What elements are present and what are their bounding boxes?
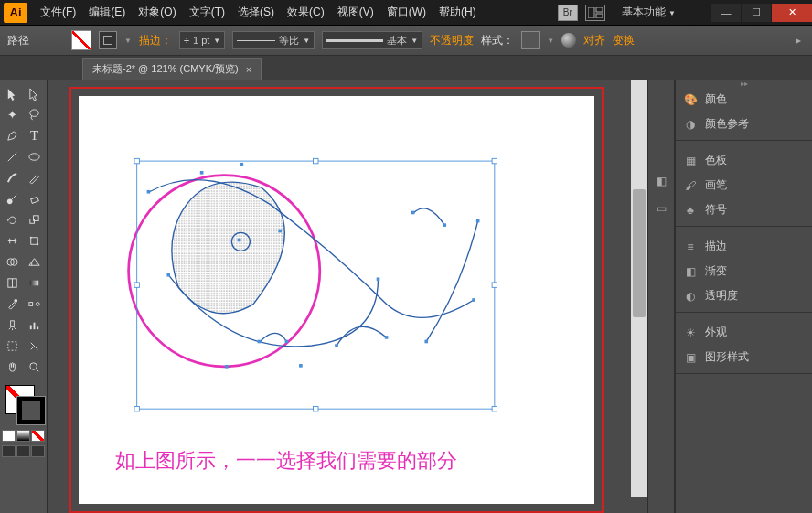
- menu-effect[interactable]: 效果(C): [282, 1, 330, 24]
- blend-tool[interactable]: [24, 294, 45, 314]
- stroke-profile-dropdown[interactable]: 等比▼: [232, 31, 315, 49]
- panel-symbols[interactable]: ♣符号: [676, 198, 812, 222]
- shape-builder-tool[interactable]: [2, 251, 23, 272]
- transform-label[interactable]: 变换: [613, 33, 635, 48]
- width-tool[interactable]: [2, 230, 23, 251]
- screen-mode-full[interactable]: [16, 445, 30, 457]
- panel-appearance[interactable]: ☀外观: [676, 320, 812, 345]
- symbol-sprayer-tool[interactable]: [2, 315, 23, 335]
- align-label[interactable]: 对齐: [583, 33, 605, 48]
- control-menu-icon[interactable]: ▸: [792, 34, 805, 47]
- color-mode-solid[interactable]: [2, 430, 16, 442]
- swatches-icon: ▦: [683, 154, 698, 168]
- zoom-tool[interactable]: [24, 357, 45, 377]
- style-swatch[interactable]: [521, 31, 540, 49]
- panel-transparency[interactable]: ◐透明度: [676, 283, 812, 308]
- svg-rect-41: [147, 190, 151, 194]
- svg-rect-31: [134, 158, 139, 163]
- eyedropper-tool[interactable]: [2, 294, 23, 314]
- screen-mode-presentation[interactable]: [31, 445, 45, 457]
- svg-rect-49: [377, 277, 380, 281]
- blob-brush-tool[interactable]: [2, 188, 23, 208]
- stroke-weight-input[interactable]: ÷1 pt▼: [179, 31, 225, 49]
- stroke-swatch[interactable]: [99, 31, 117, 49]
- menu-file[interactable]: 文件(F): [35, 1, 81, 24]
- menu-view[interactable]: 视图(V): [332, 1, 379, 24]
- appearance-icon: ☀: [683, 326, 698, 340]
- line-tool[interactable]: [2, 146, 23, 166]
- panel-stroke[interactable]: ≡描边: [676, 234, 812, 259]
- mesh-tool[interactable]: [2, 273, 23, 293]
- svg-line-4: [8, 152, 16, 160]
- window-close[interactable]: ✕: [772, 4, 812, 22]
- pen-tool[interactable]: [2, 125, 23, 145]
- column-graph-tool[interactable]: [24, 315, 45, 335]
- workspace-switcher[interactable]: 基本功能 ▼: [613, 5, 685, 20]
- menu-help[interactable]: 帮助(H): [433, 1, 482, 24]
- artboard-tool[interactable]: [2, 336, 23, 356]
- screen-mode-normal[interactable]: [2, 445, 16, 457]
- eraser-tool[interactable]: [24, 188, 45, 208]
- stroke-label[interactable]: 描边：: [139, 33, 172, 48]
- scale-tool[interactable]: [24, 209, 45, 230]
- color-picker[interactable]: [2, 383, 45, 427]
- stroke-color-swatch[interactable]: [16, 396, 46, 425]
- gradient-tool[interactable]: [24, 273, 45, 293]
- vertical-scrollbar[interactable]: [631, 80, 647, 497]
- dock-artboards-icon[interactable]: ▭: [651, 198, 671, 219]
- menu-type[interactable]: 文字(T): [184, 1, 230, 24]
- menu-edit[interactable]: 编辑(E): [83, 1, 131, 24]
- svg-rect-38: [492, 406, 497, 411]
- recolor-icon[interactable]: [561, 33, 576, 48]
- brush-definition-dropdown[interactable]: 基本▼: [322, 31, 422, 49]
- selection-mode-label: 路径: [7, 33, 29, 48]
- slice-tool[interactable]: [24, 336, 45, 356]
- svg-rect-21: [30, 325, 32, 329]
- window-maximize[interactable]: ☐: [742, 4, 771, 22]
- close-tab-icon[interactable]: ×: [246, 64, 251, 75]
- svg-rect-36: [134, 406, 139, 411]
- panel-graphic-styles[interactable]: ▣图形样式: [676, 345, 812, 369]
- paintbrush-tool[interactable]: [2, 167, 23, 187]
- menu-select[interactable]: 选择(S): [232, 1, 280, 24]
- color-mode-gradient[interactable]: [16, 430, 30, 442]
- panel-swatches[interactable]: ▦色板: [676, 148, 812, 173]
- gradient-icon: ◧: [683, 264, 698, 279]
- perspective-grid-tool[interactable]: [24, 251, 45, 272]
- hand-tool[interactable]: [2, 357, 23, 377]
- arrange-documents-button[interactable]: [585, 5, 605, 21]
- ellipse-tool[interactable]: [24, 146, 45, 166]
- color-mode-none[interactable]: [31, 430, 45, 442]
- dock-layers-icon[interactable]: ◧: [651, 171, 671, 191]
- bridge-button[interactable]: Br: [558, 5, 578, 21]
- svg-rect-55: [238, 239, 241, 242]
- panel-gradient[interactable]: ◧渐变: [676, 259, 812, 283]
- symbols-icon: ♣: [683, 203, 698, 218]
- document-tab-label: 未标题-2* @ 121% (CMYK/预览): [92, 62, 239, 76]
- rotate-tool[interactable]: [2, 209, 23, 230]
- panel-collapse-icon[interactable]: ▸▸: [676, 80, 812, 87]
- svg-rect-51: [476, 219, 480, 223]
- menu-window[interactable]: 窗口(W): [381, 1, 432, 24]
- free-transform-tool[interactable]: [24, 230, 45, 251]
- opacity-label[interactable]: 不透明度: [430, 33, 474, 48]
- type-tool[interactable]: T: [24, 125, 45, 145]
- direct-selection-tool[interactable]: [24, 83, 45, 103]
- magic-wand-tool[interactable]: ✦: [2, 104, 23, 124]
- pencil-tool[interactable]: [24, 167, 45, 187]
- lasso-tool[interactable]: [24, 104, 45, 124]
- stroke-dropdown-icon[interactable]: ▼: [124, 37, 132, 45]
- transparency-icon: ◐: [683, 289, 698, 304]
- svg-point-17: [14, 298, 17, 302]
- panel-color-guide[interactable]: ◑颜色参考: [676, 112, 812, 136]
- artboard[interactable]: 如上图所示，一一选择我们需要的部分: [79, 96, 594, 504]
- panel-color[interactable]: 🎨颜色: [676, 87, 812, 112]
- svg-rect-18: [29, 302, 33, 305]
- window-minimize[interactable]: —: [711, 4, 741, 22]
- panel-brushes[interactable]: 🖌画笔: [676, 173, 812, 198]
- fill-swatch[interactable]: [71, 30, 91, 50]
- selection-tool[interactable]: [2, 83, 23, 103]
- menu-object[interactable]: 对象(O): [133, 1, 181, 24]
- document-tab[interactable]: 未标题-2* @ 121% (CMYK/预览) ×: [82, 58, 262, 80]
- canvas[interactable]: 如上图所示，一一选择我们需要的部分: [48, 80, 647, 513]
